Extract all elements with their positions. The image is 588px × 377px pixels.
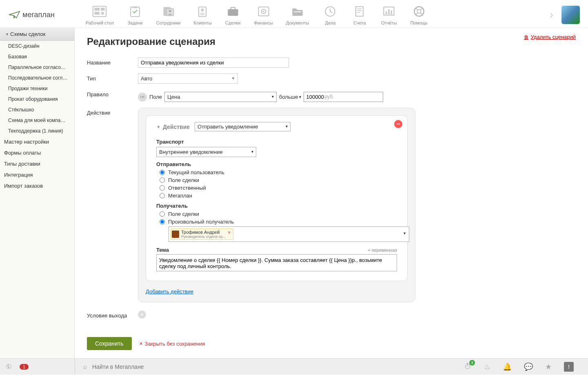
sidebar-item[interactable]: Базовая (0, 51, 74, 62)
bottom-bar: ✆ 1 ⌕ ⏱3 ♨ 🔔 💬 ★ ! (0, 358, 588, 375)
recipient-option[interactable]: Поле сделки (168, 211, 199, 217)
svg-point-9 (169, 10, 171, 12)
chip-remove-icon[interactable]: × (228, 230, 231, 235)
phone-icon[interactable]: ✆ (4, 362, 13, 371)
svg-rect-21 (356, 7, 363, 16)
sidebar-item[interactable]: Последовательное согласов... (0, 73, 74, 83)
sender-radio-responsible[interactable] (160, 185, 165, 191)
nav-accounts[interactable]: Счета (351, 4, 368, 25)
sidebar-item[interactable]: Техподдержка (1 линия) (0, 126, 74, 136)
svg-rect-26 (386, 11, 387, 14)
sender-label: Отправитель (156, 161, 397, 167)
sidebar-header-schemes[interactable]: Схемы сделок (0, 28, 74, 41)
rule-operator-select[interactable]: больше (279, 94, 301, 100)
content: Удалить сценарий Редактирование сценария… (75, 28, 588, 358)
sidebar-item[interactable]: Стёклышко (0, 104, 74, 115)
svg-rect-3 (95, 11, 100, 14)
main-nav: Рабочий стол Задачи Сотрудники Клиенты С… (79, 4, 541, 25)
alert-icon[interactable]: ! (564, 362, 574, 372)
sender-option[interactable]: Ответственный (168, 185, 206, 191)
label-exit: Условие выхода (87, 310, 138, 319)
sidebar-item[interactable]: DESC-дизайн (0, 41, 74, 51)
sidebar-group[interactable]: Интеграция (0, 169, 74, 180)
action-type-select[interactable]: Отправить уведомление (195, 122, 291, 131)
sidebar-group[interactable]: Типы доставки (0, 158, 74, 169)
sidebar-item[interactable]: Параллельное согласование (0, 62, 74, 73)
sender-option[interactable]: Текущий пользователь (168, 169, 224, 175)
tasks-icon (127, 4, 143, 18)
type-select[interactable]: Авто (138, 73, 238, 84)
fire-icon[interactable]: ♨ (484, 362, 490, 371)
timer-icon[interactable]: ⏱3 (464, 362, 472, 371)
sender-radio-current[interactable] (160, 170, 165, 175)
recipient-radio-custom[interactable] (160, 219, 165, 224)
svg-rect-13 (200, 14, 205, 15)
add-variable-link[interactable]: + переменная (368, 248, 397, 253)
phone-badge[interactable]: 1 (20, 364, 29, 370)
label-type: Тип (87, 73, 138, 82)
nav-finance[interactable]: Финансы (254, 4, 273, 25)
label-rule: Правило (87, 89, 138, 98)
rule-value-input[interactable] (304, 92, 383, 102)
search-icon: ⌕ (83, 363, 87, 370)
nav-employees[interactable]: Сотрудники (156, 4, 181, 25)
not-toggle[interactable]: НЕ (138, 93, 147, 102)
user-avatar[interactable] (561, 6, 580, 24)
rule-field-select[interactable]: Цена (164, 92, 277, 102)
delete-scenario-link[interactable]: Удалить сценарий (524, 34, 576, 40)
bell-icon[interactable]: 🔔 (503, 362, 512, 371)
nav-affairs[interactable]: Дела (322, 4, 338, 25)
recipient-picker[interactable]: Трофимов Андрей Руководитель отдела пр..… (169, 226, 409, 242)
sender-radio-megaplan[interactable] (160, 193, 165, 198)
nav-documents[interactable]: Документы (286, 4, 309, 25)
star-icon[interactable]: ★ (545, 362, 552, 371)
svg-point-11 (201, 8, 204, 11)
transport-select[interactable]: Внутреннее уведомление (156, 147, 256, 157)
sender-radio-dealfield[interactable] (160, 177, 165, 183)
logo[interactable]: мегаплан (8, 11, 55, 19)
add-exit-condition-button[interactable]: + (138, 310, 146, 319)
name-input[interactable] (138, 58, 289, 68)
recipient-radio-dealfield[interactable] (160, 211, 165, 217)
svg-rect-14 (228, 9, 238, 16)
save-button[interactable]: Сохранить (87, 337, 132, 350)
action-header-label: Действие (163, 124, 190, 130)
recipient-option[interactable]: Произвольный получатель (168, 219, 234, 225)
action-box: − ▼ Действие Отправить уведомление Транс… (138, 108, 415, 302)
sidebar-group[interactable]: Мастер настройки (0, 136, 74, 147)
timer-badge: 3 (469, 360, 475, 366)
nav-deals[interactable]: Сделки (225, 4, 241, 25)
svg-rect-19 (294, 11, 301, 12)
close-without-save-link[interactable]: Закрыть без сохранения (139, 341, 205, 347)
nav-clients[interactable]: Клиенты (193, 4, 211, 25)
sender-option[interactable]: Мегаплан (168, 193, 192, 199)
remove-action-button[interactable]: − (394, 120, 402, 128)
sidebar: Схемы сделок DESC-дизайн Базовая Паралле… (0, 28, 75, 358)
global-search-input[interactable] (92, 364, 215, 370)
theme-textarea[interactable]: Уведомление о сделке {{ Номер сделки }}.… (156, 254, 397, 271)
add-action-link[interactable]: Добавить действие (146, 288, 193, 295)
nav-reports[interactable]: Отчёты (381, 4, 397, 25)
chip-role: Руководитель отдела пр... (181, 235, 226, 239)
nav-tasks[interactable]: Задачи (127, 4, 143, 25)
label-action: Действие (87, 108, 138, 116)
chat-icon[interactable]: 💬 (524, 362, 533, 371)
svg-point-4 (101, 11, 104, 14)
sidebar-item[interactable]: Продажи техники (0, 83, 74, 94)
sender-option[interactable]: Поле сделки (168, 177, 199, 183)
chip-name: Трофимов Андрей (181, 230, 226, 235)
label-name: Название (87, 58, 138, 66)
nav-desktop[interactable]: Рабочий стол (86, 4, 114, 25)
nav-next-icon[interactable]: › (550, 8, 553, 21)
collapse-icon[interactable]: ▼ (156, 124, 161, 129)
svg-rect-6 (133, 6, 137, 8)
safe-icon (255, 4, 272, 18)
lifebuoy-icon (411, 4, 427, 18)
sidebar-item[interactable]: Прокат оборудования (0, 94, 74, 104)
sidebar-group[interactable]: Импорт заказов (0, 180, 74, 191)
nav-help[interactable]: Помощь (410, 4, 428, 25)
desktop-icon (91, 4, 108, 18)
sidebar-item[interactable]: Схема для моей компании (0, 115, 74, 126)
svg-rect-24 (357, 12, 360, 13)
sidebar-group[interactable]: Формы оплаты (0, 147, 74, 158)
